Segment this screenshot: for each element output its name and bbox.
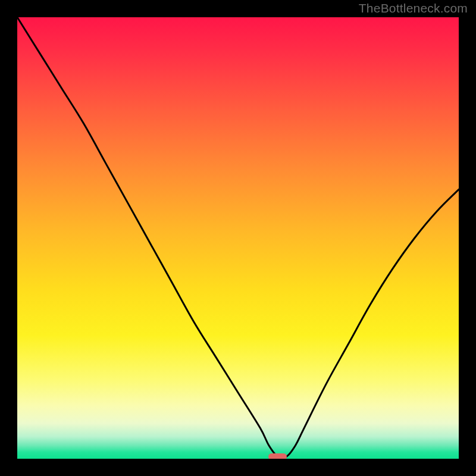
stage: TheBottleneck.com: [0, 0, 476, 476]
optimum-marker: [268, 453, 287, 459]
plot-frame: [17, 17, 459, 459]
bottleneck-curve: [17, 17, 459, 459]
watermark-text: TheBottleneck.com: [359, 1, 468, 15]
